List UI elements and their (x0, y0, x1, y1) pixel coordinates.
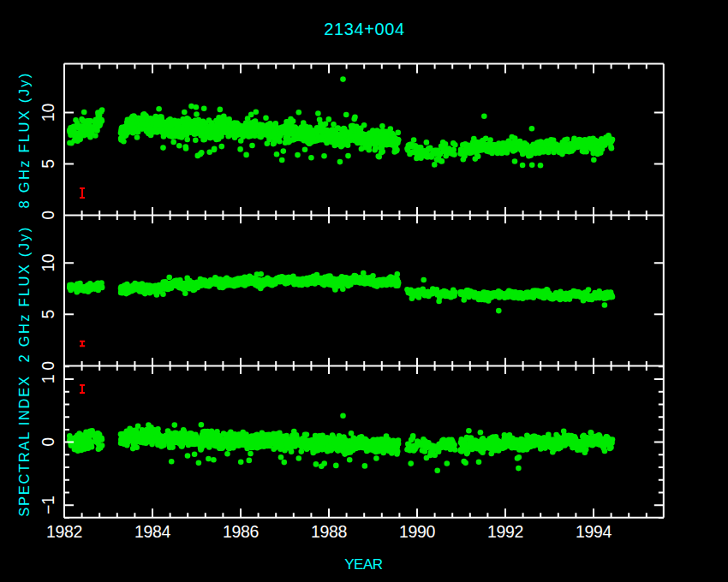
svg-text:2134+004: 2134+004 (324, 20, 404, 39)
svg-text:1984: 1984 (134, 522, 171, 541)
svg-text:2 GHz FLUX (Jy): 2 GHz FLUX (Jy) (16, 225, 32, 362)
svg-text:0: 0 (39, 361, 57, 371)
svg-text:0: 0 (39, 211, 57, 220)
svg-text:0: 0 (39, 437, 57, 447)
svg-text:5: 5 (39, 159, 57, 169)
svg-text:−1: −1 (39, 496, 57, 514)
svg-text:1: 1 (39, 375, 57, 384)
svg-text:1994: 1994 (576, 522, 612, 541)
svg-text:1990: 1990 (399, 522, 436, 541)
svg-text:5: 5 (39, 310, 57, 319)
svg-text:YEAR: YEAR (344, 556, 383, 573)
svg-text:1986: 1986 (223, 522, 259, 541)
svg-text:8 GHz FLUX (Jy): 8 GHz FLUX (Jy) (16, 71, 32, 208)
svg-text:1982: 1982 (46, 522, 82, 541)
svg-text:10: 10 (39, 253, 57, 272)
svg-text:SPECTRAL INDEX: SPECTRAL INDEX (16, 375, 32, 516)
svg-text:10: 10 (39, 104, 57, 122)
svg-text:1988: 1988 (311, 522, 347, 541)
svg-text:1992: 1992 (487, 522, 523, 541)
